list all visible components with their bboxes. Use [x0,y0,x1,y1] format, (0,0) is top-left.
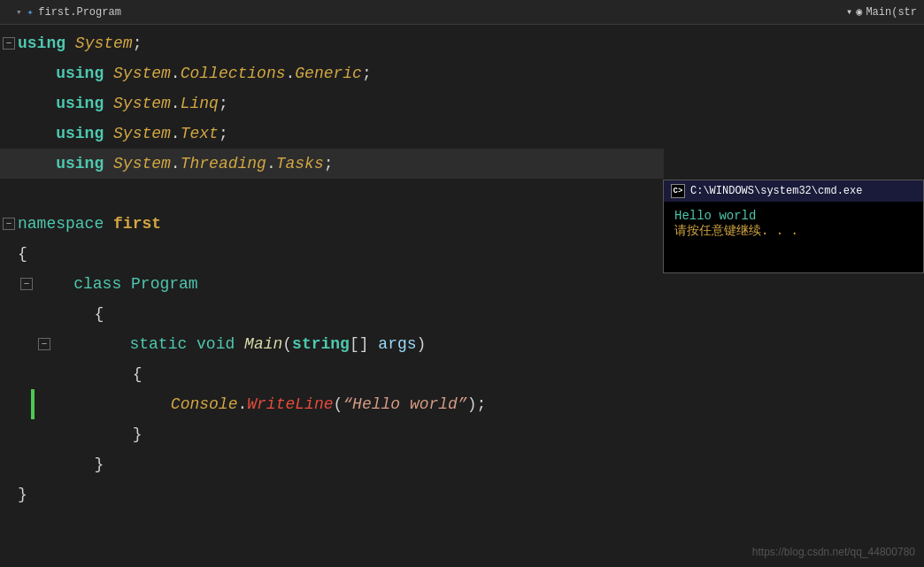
right-method-label: Main(str [866,6,917,19]
code-lines: − using System; using System.Collections… [0,25,664,510]
code-line-1: − using System; [0,28,664,58]
code-text-15: } [18,449,664,479]
fold-minus-1[interactable]: − [3,37,15,50]
code-line-12: { [0,359,664,389]
cmd-output-line2: 请按任意键继续. . . [674,223,912,239]
right-tab[interactable]: ▾ ◉ Main(str [846,5,917,19]
cmd-press-text: 请按任意键继续. . . [674,224,798,238]
fold-minus-11[interactable]: − [38,338,50,350]
cmd-titlebar: C> C:\WINDOWS\system32\cmd.exe [664,180,923,202]
code-text-5: using System.Threading.Tasks; [18,149,664,179]
code-text-10: { [18,299,664,329]
cmd-title-label: C:\WINDOWS\system32\cmd.exe [690,185,862,197]
code-line-11: − static void Main(string[] args) [0,329,664,359]
code-text-3: using System.Linq; [18,88,664,119]
tab-file-icon: ✦ [27,6,34,18]
code-text-1: using System; [18,28,664,58]
code-text-2: using System.Collections.Generic; [18,58,664,88]
code-line-8: { [0,239,664,269]
code-line-15: } [0,449,664,479]
code-line-9: − class Program [0,269,664,299]
code-line-14: } [0,419,664,449]
code-text-12: { [18,359,664,389]
code-editor[interactable]: − using System; using System.Collections… [0,25,664,567]
code-line-6 [0,179,664,209]
code-line-2: using System.Collections.Generic; [0,58,664,88]
fold-11[interactable]: − [35,338,53,350]
right-arrow-icon: ▾ [846,5,852,19]
code-line-4: using System.Text; [0,119,664,149]
code-line-7: − namespace first [0,209,664,239]
tab-label: first.Program [38,6,121,19]
code-text-9: class Program [35,269,664,299]
fold-1[interactable]: − [0,37,18,50]
code-text-7: namespace first [18,209,664,239]
cmd-window[interactable]: C> C:\WINDOWS\system32\cmd.exe Hello wor… [663,180,924,273]
right-panel: C> C:\WINDOWS\system32\cmd.exe Hello wor… [664,25,924,567]
fold-minus-9[interactable]: − [20,278,33,290]
code-text-6 [18,179,664,209]
tab-item-first-program[interactable]: ▾ ✦ first.Program [7,3,130,22]
code-text-13: Console.WriteLine(“Hello world”); [18,389,664,419]
code-line-3: using System.Linq; [0,88,664,119]
cmd-output-line1: Hello world [674,209,912,223]
fold-7[interactable]: − [0,218,18,230]
cmd-window-icon: C> [671,184,685,198]
code-text-8: { [18,239,664,269]
tab-bar: ▾ ✦ first.Program ▾ ◉ Main(str [0,0,924,25]
main-layout: − using System; using System.Collections… [0,25,924,567]
change-indicator [31,389,35,419]
fold-minus-7[interactable]: − [3,218,15,230]
fold-9[interactable]: − [18,278,35,290]
code-line-16: } [0,479,664,510]
cmd-body: Hello world 请按任意键继续. . . [664,202,923,272]
code-text-4: using System.Text; [18,119,664,149]
code-text-14: } [18,419,664,449]
code-text-16: } [18,479,664,510]
code-line-5: using System.Threading.Tasks; [0,149,664,179]
tab-left-arrow: ▾ [16,6,22,18]
code-text-11: static void Main(string[] args) [53,329,664,359]
watermark-text: https://blog.csdn.net/qq_44800780 [752,546,915,558]
right-method-icon: ◉ [856,5,862,19]
code-line-10: { [0,299,664,329]
code-line-13: Console.WriteLine(“Hello world”); [0,389,664,419]
